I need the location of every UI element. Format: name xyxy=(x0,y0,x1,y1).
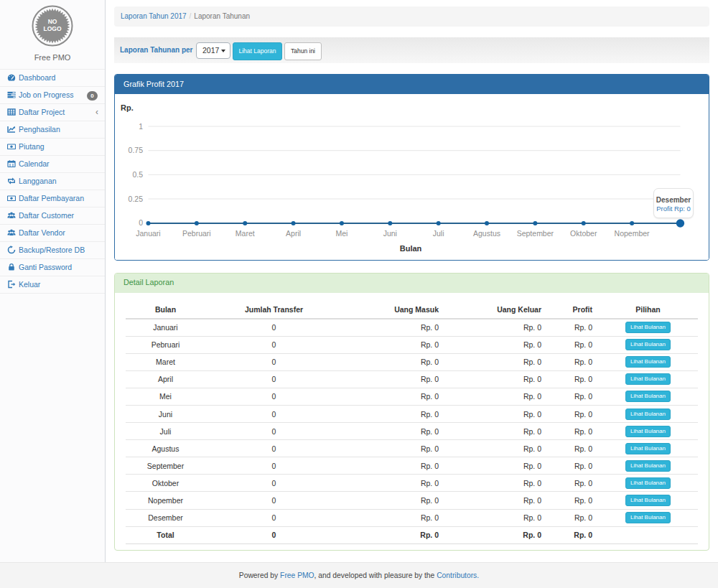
svg-text:September: September xyxy=(517,229,554,238)
svg-text:Oktober: Oktober xyxy=(570,229,597,238)
svg-text:April: April xyxy=(286,229,301,238)
svg-text:Mei: Mei xyxy=(335,229,348,238)
svg-text:Agustus: Agustus xyxy=(473,229,500,238)
svg-text:1: 1 xyxy=(139,122,143,131)
svg-text:Januari: Januari xyxy=(136,229,160,238)
svg-text:Rp.: Rp. xyxy=(121,103,134,112)
svg-text:0.5: 0.5 xyxy=(132,170,143,179)
svg-text:0.25: 0.25 xyxy=(129,195,144,203)
svg-text:Nopember: Nopember xyxy=(615,229,651,238)
svg-text:LOGO: LOGO xyxy=(43,25,61,32)
svg-text:Pebruari: Pebruari xyxy=(182,229,211,238)
svg-text:Juli: Juli xyxy=(433,229,444,238)
svg-text:Maret: Maret xyxy=(236,229,255,238)
svg-text:0: 0 xyxy=(139,218,143,227)
svg-text:0.75: 0.75 xyxy=(129,146,144,154)
svg-text:Juni: Juni xyxy=(383,229,397,238)
svg-text:NO: NO xyxy=(48,18,57,25)
svg-text:Bulan: Bulan xyxy=(400,244,422,253)
